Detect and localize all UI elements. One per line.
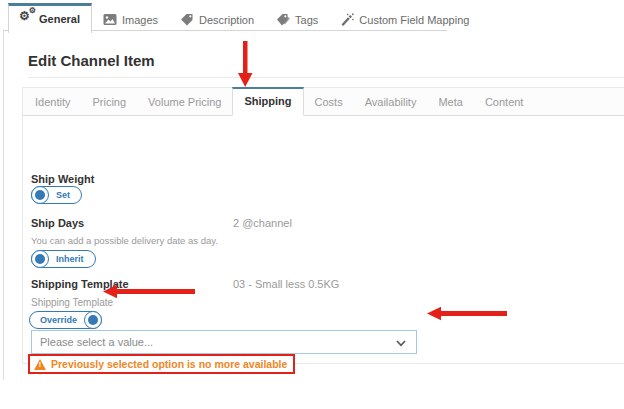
title-divider: [28, 77, 624, 78]
sub-tab-availability[interactable]: Availability: [354, 88, 428, 115]
toggle-knob-icon: [31, 186, 49, 204]
toggle-knob-icon: [84, 311, 102, 329]
sub-tab-costs[interactable]: Costs: [304, 88, 354, 115]
override-toggle[interactable]: Override: [29, 311, 102, 329]
tag-icon: [180, 13, 194, 26]
ship-weight-label: Ship Weight: [31, 173, 94, 185]
warning-icon: [34, 359, 46, 370]
shipping-template-select[interactable]: Please select a value...: [31, 330, 417, 354]
shipping-template-label: Shipping Template: [31, 278, 129, 290]
warning-message: Previously selected option is no more av…: [51, 358, 287, 370]
sub-tab-shipping[interactable]: Shipping: [232, 87, 303, 116]
sub-tab-pricing[interactable]: Pricing: [81, 88, 137, 115]
tab-images[interactable]: Images: [92, 5, 169, 33]
select-placeholder: Please select a value...: [40, 336, 153, 348]
tab-custom-field-mapping[interactable]: Custom Field Mapping: [329, 5, 480, 33]
tab-label: Tags: [295, 14, 318, 26]
shipping-tab-content: Ship Weight Set Ship Days 2 @channel You…: [23, 116, 624, 364]
tab-tags[interactable]: Tags: [265, 5, 329, 33]
ship-days-help: You can add a possible delivery date as …: [31, 235, 218, 246]
tab-label: General: [39, 13, 80, 25]
tab-label: Images: [122, 14, 158, 26]
page-title: Edit Channel Item: [28, 52, 155, 69]
ship-days-value: 2 @channel: [233, 217, 292, 229]
shipping-template-sublabel: Shipping Template: [31, 297, 113, 308]
image-icon: [103, 13, 117, 26]
toggle-label: Set: [56, 187, 70, 203]
tab-general[interactable]: General: [8, 3, 92, 33]
ship-days-label: Ship Days: [31, 217, 84, 229]
ship-weight-toggle[interactable]: Set: [31, 186, 82, 204]
sub-tab-bar: Identity Pricing Volume Pricing Shipping…: [23, 88, 624, 116]
toggle-label: Override: [40, 312, 77, 328]
shipping-template-value: 03 - Small less 0.5KG: [233, 278, 339, 290]
sub-tab-meta[interactable]: Meta: [427, 88, 473, 115]
annotation-arrow-shipping-tab: [237, 41, 253, 88]
toggle-label: Inherit: [56, 251, 84, 267]
chevron-down-icon: [396, 333, 406, 351]
ship-days-toggle[interactable]: Inherit: [31, 250, 96, 268]
tab-label: Custom Field Mapping: [359, 14, 469, 26]
tags-icon: [276, 13, 290, 26]
tab-label: Description: [199, 14, 254, 26]
gears-icon: [20, 12, 34, 25]
toggle-knob-icon: [31, 250, 49, 268]
tab-description[interactable]: Description: [169, 5, 265, 33]
top-tab-bar: General Images Description Tags Custom F…: [8, 3, 480, 33]
sub-tab-content[interactable]: Content: [474, 88, 535, 115]
sub-tab-volume-pricing[interactable]: Volume Pricing: [137, 88, 232, 115]
channel-item-panel: Identity Pricing Volume Pricing Shipping…: [22, 87, 624, 364]
sub-tab-identity[interactable]: Identity: [24, 88, 81, 115]
edit-channel-item-page: General Images Description Tags Custom F…: [0, 0, 624, 409]
annotation-box-warning: Previously selected option is no more av…: [28, 354, 295, 374]
magic-wand-icon: [340, 13, 354, 26]
panel-left-border: [3, 31, 4, 380]
